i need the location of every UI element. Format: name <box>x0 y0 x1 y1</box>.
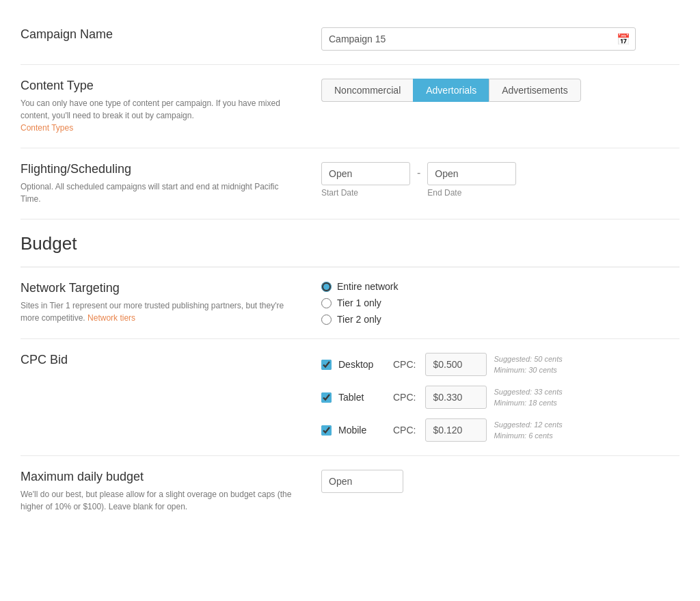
max-daily-budget-control <box>321 470 679 493</box>
campaign-name-row: Campaign Name 📅 <box>21 14 679 65</box>
max-daily-budget-label: Maximum daily budget <box>21 470 301 484</box>
network-tier1-label: Tier 1 only <box>337 297 381 308</box>
cpc-tablet-checkbox[interactable] <box>321 392 332 403</box>
cpc-mobile-label: Mobile <box>338 425 386 436</box>
max-daily-budget-description: We'll do our best, but please allow for … <box>21 488 301 513</box>
start-date-input[interactable] <box>321 162 410 185</box>
date-separator: - <box>417 167 420 179</box>
content-type-row: Content Type You can only have one type … <box>21 65 679 148</box>
cpc-desktop-cpc-label: CPC: <box>393 359 416 370</box>
network-targeting-row: Network Targeting Sites in Tier 1 repres… <box>21 267 679 339</box>
network-targeting-description: Sites in Tier 1 represent our more trust… <box>21 299 301 324</box>
network-tier2-label: Tier 2 only <box>337 314 381 325</box>
flighting-description: Optional. All scheduled campaigns will s… <box>21 181 301 205</box>
network-targeting-control: Entire network Tier 1 only Tier 2 only <box>321 281 679 325</box>
network-entire-radio[interactable] <box>321 282 332 292</box>
network-tier1-radio[interactable] <box>321 298 332 308</box>
cpc-tablet-input[interactable] <box>425 386 487 409</box>
content-type-noncommercial-btn[interactable]: Noncommercial <box>321 79 413 102</box>
content-type-description: You can only have one type of content pe… <box>21 97 301 134</box>
network-targeting-label-col: Network Targeting Sites in Tier 1 repres… <box>21 281 321 324</box>
calendar-icon[interactable]: 📅 <box>617 33 630 46</box>
start-date-label: Start Date <box>321 188 410 198</box>
content-types-link[interactable]: Content Types <box>21 123 73 133</box>
cpc-tablet-row: Tablet CPC: Suggested: 33 cents Minimum:… <box>321 386 679 409</box>
budget-title: Budget <box>21 233 679 261</box>
cpc-tablet-cpc-label: CPC: <box>393 392 416 403</box>
network-targeting-label: Network Targeting <box>21 281 301 295</box>
flighting-label: Flighting/Scheduling <box>21 162 301 176</box>
campaign-name-label: Campaign Name <box>21 27 301 42</box>
content-type-label: Content Type <box>21 79 301 93</box>
cpc-mobile-input[interactable] <box>425 418 487 442</box>
max-daily-budget-input[interactable] <box>321 470 403 493</box>
cpc-bid-label: CPC Bid <box>21 353 301 367</box>
flighting-row: Flighting/Scheduling Optional. All sched… <box>21 148 679 219</box>
network-entire-label: Entire network <box>337 281 398 292</box>
cpc-bid-row: CPC Bid Desktop CPC: Suggested: 50 cents… <box>21 339 679 456</box>
cpc-bid-control: Desktop CPC: Suggested: 50 cents Minimum… <box>321 353 679 442</box>
cpc-mobile-hint: Suggested: 12 cents Minimum: 6 cents <box>494 419 562 442</box>
cpc-desktop-label: Desktop <box>338 359 386 370</box>
cpc-mobile-checkbox[interactable] <box>321 425 332 436</box>
content-type-btn-group: Noncommercial Advertorials Advertisement… <box>321 79 679 102</box>
end-date-wrapper: End Date <box>427 162 516 198</box>
max-daily-budget-label-col: Maximum daily budget We'll do our best, … <box>21 470 321 513</box>
campaign-name-label-col: Campaign Name <box>21 27 321 46</box>
network-targeting-radio-group: Entire network Tier 1 only Tier 2 only <box>321 281 679 325</box>
cpc-tablet-label: Tablet <box>338 392 386 403</box>
cpc-mobile-row: Mobile CPC: Suggested: 12 cents Minimum:… <box>321 418 679 442</box>
cpc-mobile-cpc-label: CPC: <box>393 425 416 436</box>
cpc-bid-label-col: CPC Bid <box>21 353 321 371</box>
network-tier2-radio[interactable] <box>321 315 332 325</box>
cpc-desktop-input[interactable] <box>425 353 487 376</box>
campaign-name-input[interactable] <box>321 27 636 51</box>
cpc-desktop-row: Desktop CPC: Suggested: 50 cents Minimum… <box>321 353 679 376</box>
date-row: Start Date - End Date <box>321 162 679 198</box>
budget-section-header: Budget <box>21 233 679 267</box>
content-type-advertorials-btn[interactable]: Advertorials <box>413 79 489 102</box>
content-type-advertisements-btn[interactable]: Advertisements <box>489 79 580 102</box>
content-type-label-col: Content Type You can only have one type … <box>21 79 321 134</box>
cpc-desktop-hint: Suggested: 50 cents Minimum: 30 cents <box>494 353 562 376</box>
content-type-control: Noncommercial Advertorials Advertisement… <box>321 79 679 102</box>
network-tier1-option[interactable]: Tier 1 only <box>321 297 679 308</box>
start-date-wrapper: Start Date <box>321 162 410 198</box>
cpc-desktop-checkbox[interactable] <box>321 360 332 370</box>
end-date-label: End Date <box>427 188 516 198</box>
network-tiers-link[interactable]: Network tiers <box>88 313 135 323</box>
network-entire-option[interactable]: Entire network <box>321 281 679 292</box>
flighting-control: Start Date - End Date <box>321 162 679 198</box>
cpc-tablet-hint: Suggested: 33 cents Minimum: 18 cents <box>494 386 562 409</box>
end-date-input[interactable] <box>427 162 516 185</box>
campaign-name-control: 📅 <box>321 27 679 51</box>
network-tier2-option[interactable]: Tier 2 only <box>321 314 679 325</box>
campaign-name-wrapper: 📅 <box>321 27 636 51</box>
max-daily-budget-row: Maximum daily budget We'll do our best, … <box>21 456 679 526</box>
flighting-label-col: Flighting/Scheduling Optional. All sched… <box>21 162 321 205</box>
